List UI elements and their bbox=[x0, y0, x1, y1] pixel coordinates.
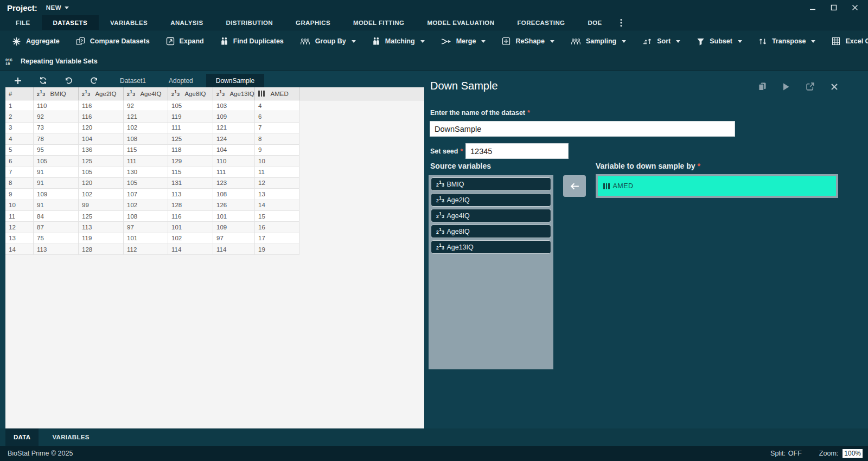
data-cell[interactable]: 105 bbox=[168, 100, 213, 111]
row-index-cell[interactable]: 12 bbox=[5, 222, 34, 232]
data-cell[interactable]: 121 bbox=[213, 123, 255, 133]
menu-tab-analysis[interactable]: ANALYSIS bbox=[159, 15, 214, 30]
data-cell[interactable]: 104 bbox=[79, 133, 124, 144]
data-cell[interactable]: 13 bbox=[255, 189, 299, 199]
tool-sampling[interactable]: Sampling bbox=[571, 37, 626, 45]
data-cell[interactable]: 8 bbox=[255, 133, 299, 144]
data-cell[interactable]: 109 bbox=[213, 111, 255, 121]
source-variable-bmiq[interactable]: 213BMIQ bbox=[431, 177, 551, 191]
tool-find-duplicates[interactable]: Find Duplicates bbox=[220, 37, 284, 46]
row-index-cell[interactable]: 8 bbox=[5, 178, 34, 188]
menu-tab-model-evaluation[interactable]: MODEL EVALUATION bbox=[416, 15, 506, 30]
data-cell[interactable]: 111 bbox=[124, 156, 168, 166]
data-cell[interactable]: 125 bbox=[79, 156, 124, 166]
data-cell[interactable]: 91 bbox=[34, 178, 79, 188]
data-cell[interactable]: 108 bbox=[124, 211, 168, 221]
view-tab-data[interactable]: DATA bbox=[5, 428, 39, 446]
data-cell[interactable]: 103 bbox=[213, 100, 255, 111]
data-cell[interactable]: 110 bbox=[34, 100, 79, 111]
data-cell[interactable]: 101 bbox=[213, 211, 255, 221]
tool-expand[interactable]: Expand bbox=[166, 37, 204, 46]
data-cell[interactable]: 116 bbox=[168, 211, 213, 221]
run-icon[interactable] bbox=[782, 82, 790, 91]
data-cell[interactable]: 19 bbox=[255, 244, 299, 254]
row-index-cell[interactable]: 2 bbox=[5, 111, 34, 121]
more-menu-icon[interactable] bbox=[614, 15, 629, 30]
tool-reshape[interactable]: ReShape bbox=[502, 37, 554, 46]
data-cell[interactable]: 129 bbox=[168, 156, 213, 166]
tool-aggregate[interactable]: Aggregate bbox=[12, 37, 60, 46]
data-cell[interactable]: 10 bbox=[255, 156, 299, 166]
tool-repeating-variable-sets[interactable]: 01G10Repeating Variable Sets bbox=[5, 57, 98, 66]
tool-compare-datasets[interactable]: Compare Datasets bbox=[76, 37, 150, 46]
menu-tab-file[interactable]: FILE bbox=[4, 15, 42, 30]
data-cell[interactable]: 108 bbox=[213, 189, 255, 199]
data-cell[interactable]: 105 bbox=[124, 178, 168, 188]
zoom-value[interactable]: 100% bbox=[843, 449, 863, 458]
source-variable-age13iq[interactable]: 213Age13IQ bbox=[431, 240, 551, 254]
table-row[interactable]: 610512511112911010 bbox=[5, 156, 299, 167]
column-header-age13iq[interactable]: 213Age13IQ bbox=[213, 87, 255, 100]
data-cell[interactable]: 128 bbox=[79, 244, 124, 254]
data-cell[interactable]: 116 bbox=[79, 100, 124, 111]
data-cell[interactable]: 102 bbox=[124, 123, 168, 133]
data-cell[interactable]: 123 bbox=[213, 178, 255, 188]
data-cell[interactable]: 114 bbox=[168, 244, 213, 254]
data-cell[interactable]: 104 bbox=[213, 145, 255, 155]
data-cell[interactable]: 130 bbox=[124, 167, 168, 177]
menu-tab-model-fitting[interactable]: MODEL FITTING bbox=[342, 15, 416, 30]
data-cell[interactable]: 7 bbox=[255, 123, 299, 133]
data-cell[interactable]: 78 bbox=[34, 133, 79, 144]
row-index-cell[interactable]: 11 bbox=[5, 211, 34, 221]
tool-merge[interactable]: Merge bbox=[441, 37, 486, 45]
data-cell[interactable]: 115 bbox=[124, 145, 168, 155]
data-cell[interactable]: 113 bbox=[168, 189, 213, 199]
row-index-cell[interactable]: 13 bbox=[5, 233, 34, 244]
project-dropdown[interactable]: NEW bbox=[46, 4, 69, 11]
data-cell[interactable]: 125 bbox=[79, 211, 124, 221]
dataset-tab-dataset1[interactable]: Dataset1 bbox=[110, 74, 156, 87]
data-cell[interactable]: 91 bbox=[34, 167, 79, 177]
data-cell[interactable]: 15 bbox=[255, 211, 299, 221]
column-header-amed[interactable]: AMED bbox=[255, 87, 299, 100]
tool-matching[interactable]: Matching bbox=[372, 37, 425, 46]
maximize-icon[interactable] bbox=[831, 4, 837, 11]
source-variable-age4iq[interactable]: 213Age4IQ bbox=[431, 209, 551, 222]
table-row[interactable]: 12871139710110916 bbox=[5, 222, 299, 233]
table-row[interactable]: 5951361151181049 bbox=[5, 145, 299, 156]
data-cell[interactable]: 108 bbox=[124, 133, 168, 144]
data-cell[interactable]: 110 bbox=[213, 156, 255, 166]
data-cell[interactable]: 119 bbox=[168, 111, 213, 121]
data-cell[interactable]: 4 bbox=[255, 100, 299, 111]
menu-tab-distribution[interactable]: DISTRIBUTION bbox=[214, 15, 284, 30]
data-cell[interactable]: 99 bbox=[79, 200, 124, 210]
row-index-cell[interactable]: 5 bbox=[5, 145, 34, 155]
data-cell[interactable]: 102 bbox=[168, 233, 213, 244]
data-cell[interactable]: 131 bbox=[168, 178, 213, 188]
tool-excel-cleanup[interactable]: Excel Cleanup bbox=[832, 37, 868, 46]
data-cell[interactable]: 6 bbox=[255, 111, 299, 121]
view-tab-variables[interactable]: VARIABLES bbox=[44, 428, 97, 446]
data-cell[interactable]: 111 bbox=[213, 167, 255, 177]
data-cell[interactable]: 119 bbox=[79, 233, 124, 244]
data-cell[interactable]: 101 bbox=[124, 233, 168, 244]
data-cell[interactable]: 128 bbox=[168, 200, 213, 210]
row-index-cell[interactable]: 7 bbox=[5, 167, 34, 177]
data-cell[interactable]: 12 bbox=[255, 178, 299, 188]
row-index-cell[interactable]: 1 bbox=[5, 100, 34, 111]
column-header-age8iq[interactable]: 213Age8IQ bbox=[168, 87, 213, 100]
move-left-button[interactable] bbox=[563, 175, 586, 197]
table-row[interactable]: 13751191011029717 bbox=[5, 233, 299, 244]
data-cell[interactable]: 91 bbox=[34, 200, 79, 210]
source-variable-age8iq[interactable]: 213Age8IQ bbox=[431, 225, 551, 238]
data-cell[interactable]: 107 bbox=[124, 189, 168, 199]
data-cell[interactable]: 116 bbox=[79, 111, 124, 121]
data-cell[interactable]: 102 bbox=[124, 200, 168, 210]
data-cell[interactable]: 92 bbox=[34, 111, 79, 121]
seed-input[interactable] bbox=[465, 143, 569, 159]
menu-tab-datasets[interactable]: DATASETS bbox=[42, 15, 99, 30]
table-row[interactable]: 118412510811610115 bbox=[5, 211, 299, 222]
data-cell[interactable]: 109 bbox=[213, 222, 255, 232]
tool-subset[interactable]: Subset bbox=[697, 37, 742, 46]
tool-sort[interactable]: Sort bbox=[642, 37, 680, 45]
